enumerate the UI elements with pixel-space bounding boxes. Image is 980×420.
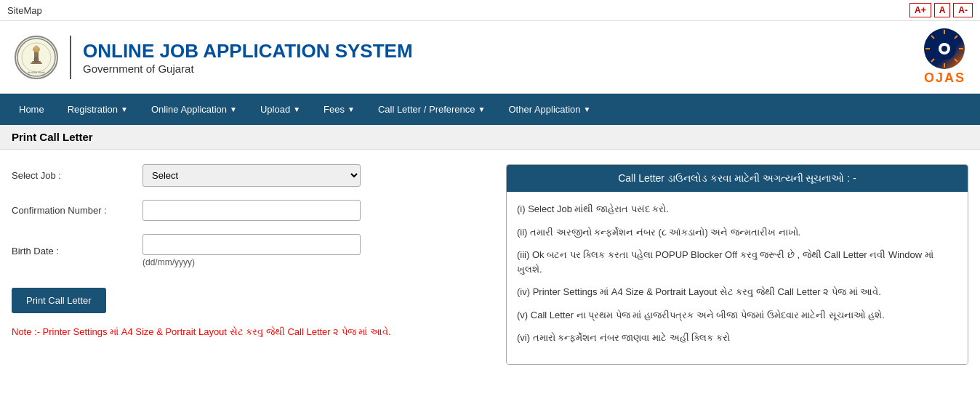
- info-item-5: (v) Call Letter ના પ્રથમ પેજ માં હાજરીપત…: [517, 308, 957, 323]
- svg-text:સત્યમેવ જયતે: સત્યમેવ જયતે: [28, 70, 45, 74]
- date-format-hint: (dd/mm/yyyy): [142, 257, 361, 267]
- header-divider: [70, 36, 71, 79]
- nav-upload[interactable]: Upload ▼: [249, 94, 312, 125]
- nav-other-application-arrow: ▼: [583, 105, 590, 113]
- header-title-block: ONLINE JOB APPLICATION SYSTEM Government…: [83, 40, 413, 75]
- nav-call-letter-arrow: ▼: [478, 105, 486, 113]
- nav-other-application[interactable]: Other Application ▼: [497, 94, 602, 125]
- info-item-2: (ii) તમારી અરજીનો કન્ફર્મેશન નંબર (૮ આંક…: [517, 225, 957, 240]
- info-item-3: (iii) Ok બટન પર ક્લિક કરતા પહેલા POPUP B…: [517, 248, 957, 276]
- confirmation-number-label: Confirmation Number :: [12, 205, 142, 216]
- ojas-circle-icon: [924, 28, 965, 69]
- nav-home[interactable]: Home: [7, 94, 56, 125]
- select-job-label: Select Job :: [12, 170, 142, 181]
- svg-point-6: [34, 45, 39, 49]
- info-item-1: (i) Select Job માંથી જાહેરાત પસંદ કરો.: [517, 202, 957, 217]
- print-call-letter-button[interactable]: Print Call Letter: [12, 288, 106, 313]
- info-box-body: (i) Select Job માંથી જાહેરાત પસંદ કરો. (…: [507, 192, 968, 364]
- svg-rect-4: [31, 62, 42, 64]
- font-normal-button[interactable]: A: [934, 3, 951, 17]
- ojas-text: OJAS: [924, 70, 965, 86]
- ojas-logo: OJAS: [924, 28, 965, 86]
- top-bar: SiteMap A+ A A-: [0, 0, 980, 21]
- svg-point-21: [941, 46, 947, 52]
- select-job-row: Select Job : Select: [12, 164, 491, 187]
- sitemap-link[interactable]: SiteMap: [7, 5, 42, 16]
- svg-line-18: [931, 36, 934, 39]
- government-emblem: સત્યમેવ જયતે: [15, 36, 58, 79]
- info-box-header: Call Letter ડાઉનલોડ કરવા માટેની અગત્યની …: [507, 165, 968, 192]
- header-left: સત્યમેવ જયતે ONLINE JOB APPLICATION SYST…: [15, 36, 413, 79]
- birth-date-row: Birth Date : (dd/mm/yyyy): [12, 234, 491, 267]
- nav-online-application[interactable]: Online Application ▼: [140, 94, 249, 125]
- svg-line-16: [931, 59, 934, 62]
- nav-registration[interactable]: Registration ▼: [56, 94, 140, 125]
- nav-upload-arrow: ▼: [293, 105, 300, 113]
- nav-fees[interactable]: Fees ▼: [312, 94, 366, 125]
- font-decrease-button[interactable]: A-: [953, 3, 973, 17]
- birth-date-label: Birth Date :: [12, 246, 142, 257]
- info-box: Call Letter ડાઉનલોડ કરવા માટેની અગત્યની …: [506, 164, 968, 365]
- app-title: ONLINE JOB APPLICATION SYSTEM: [83, 40, 413, 62]
- nav-call-letter[interactable]: Call Letter / Preference ▼: [366, 94, 497, 125]
- info-item-6: (vi) તમારો કન્ફર્મેશન નંબર જાણવા માટે અહ…: [517, 331, 957, 345]
- app-subtitle: Government of Gujarat: [83, 62, 413, 75]
- nav-online-application-arrow: ▼: [230, 105, 237, 113]
- header: સત્યમેવ જયતે ONLINE JOB APPLICATION SYST…: [0, 21, 980, 94]
- font-controls: A+ A A-: [909, 3, 973, 17]
- page-title-bar: Print Call Letter: [0, 125, 980, 150]
- page-title: Print Call Letter: [12, 131, 93, 143]
- svg-line-12: [955, 36, 957, 39]
- form-section: Select Job : Select Confirmation Number …: [12, 164, 491, 365]
- confirmation-number-row: Confirmation Number :: [12, 200, 491, 221]
- confirmation-number-input[interactable]: [142, 200, 361, 221]
- nav-registration-arrow: ▼: [121, 105, 128, 113]
- birth-date-input[interactable]: [142, 234, 361, 255]
- content-area: Select Job : Select Confirmation Number …: [0, 150, 980, 379]
- select-job-dropdown[interactable]: Select: [142, 164, 361, 187]
- info-item-4: (iv) Printer Settings માં A4 Size & Port…: [517, 285, 957, 299]
- note-text: Note :- Printer Settings માં A4 Size & P…: [12, 325, 491, 340]
- navbar: Home Registration ▼ Online Application ▼…: [0, 94, 980, 125]
- svg-line-14: [955, 59, 957, 62]
- font-increase-button[interactable]: A+: [909, 3, 931, 17]
- nav-fees-arrow: ▼: [348, 105, 355, 113]
